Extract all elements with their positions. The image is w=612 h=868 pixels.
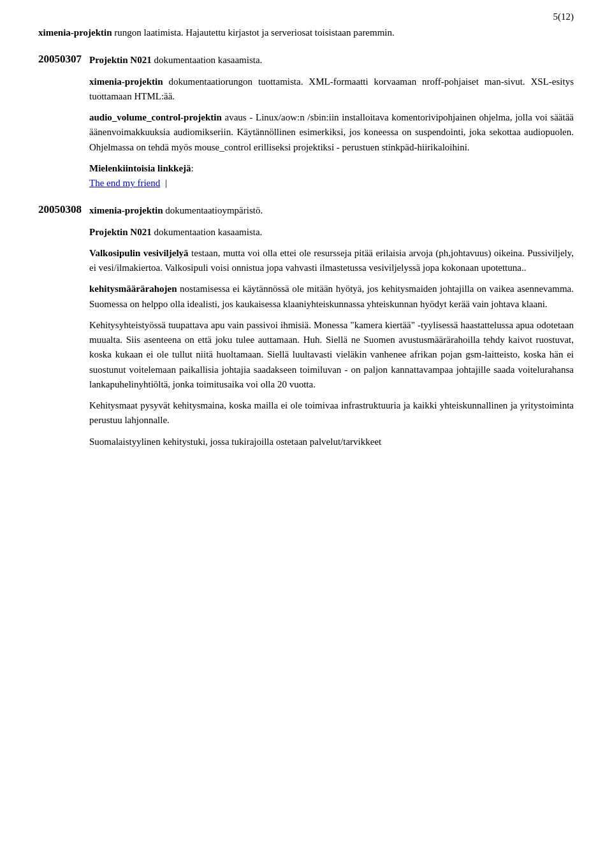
entry-bold-audio: audio_volume_control-projektin xyxy=(89,112,222,122)
entry-bold-ximenia1: ximenia-projektin xyxy=(89,76,163,87)
entry-20050308-3: Valkosipulin vesiviljelyä testaan, mutta… xyxy=(89,246,574,276)
page: 5(12) ximenia-projektin rungon laatimist… xyxy=(0,0,612,868)
intro-text: ximenia-projektin rungon laatimista. Haj… xyxy=(38,25,574,40)
section-20050307-content: Projektin N021 dokumentaation kasaamista… xyxy=(89,53,574,197)
entry-20050308-6: Kehitysmaat pysyvät kehitysmaina, koska … xyxy=(89,398,574,428)
entry-20050308-2: Projektin N021 dokumentaation kasaamista… xyxy=(89,225,574,240)
entry-20050308-5: Kehitysyhteistyössä tuupattava apu vain … xyxy=(89,318,574,392)
page-number: 5(12) xyxy=(553,11,574,22)
entry-bold-valkosipuli: Valkosipulin vesiviljelyä xyxy=(89,248,189,258)
links-label: Mielenkiintoisia linkkejä xyxy=(89,163,191,173)
entry-20050307-links: Mielenkiintoisia linkkejä: The end my fr… xyxy=(89,161,574,191)
section-20050307: 20050307 Projektin N021 dokumentaation k… xyxy=(38,53,574,197)
entry-20050308-1: ximenia-projektin dokumentaatioympäristö… xyxy=(89,203,574,218)
entry-bold-ximenia2: ximenia-projektin xyxy=(89,205,163,215)
date-20050308: 20050308 xyxy=(38,203,89,216)
pipe-separator: | xyxy=(163,178,167,188)
entry-bold-projektin: Projektin N021 xyxy=(89,55,152,65)
the-end-my-friend-link[interactable]: The end my friend xyxy=(89,178,160,188)
entry-bold-kehitys: kehitysmäärärahojen xyxy=(89,284,177,294)
entry-20050308-7: Suomalaistyylinen kehitystuki, jossa tuk… xyxy=(89,435,574,449)
date-20050307: 20050307 xyxy=(38,53,89,66)
entry-20050307-3: audio_volume_control-projektin avaus - L… xyxy=(89,110,574,155)
intro-block: ximenia-projektin rungon laatimista. Haj… xyxy=(38,25,574,40)
intro-rest: rungon laatimista. Hajautettu kirjastot … xyxy=(114,27,394,38)
entry-20050308-4: kehitysmäärärahojen nostamisessa ei käyt… xyxy=(89,282,574,312)
entry-20050307-1: Projektin N021 dokumentaation kasaamista… xyxy=(89,53,574,68)
section-20050308-content: ximenia-projektin dokumentaatioympäristö… xyxy=(89,203,574,456)
intro-bold: ximenia-projektin xyxy=(38,27,112,38)
entry-bold-projektin2: Projektin N021 xyxy=(89,227,152,237)
entry-20050307-2: ximenia-projektin dokumentaatiorungon tu… xyxy=(89,75,574,105)
section-20050308: 20050308 ximenia-projektin dokumentaatio… xyxy=(38,203,574,456)
